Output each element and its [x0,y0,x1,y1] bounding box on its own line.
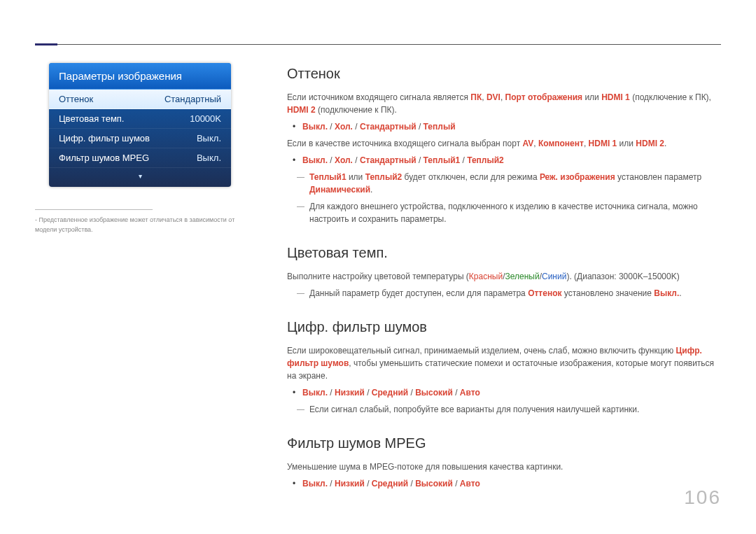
dnr-options: Выкл. / Низкий / Средний / Высокий / Авт… [287,386,721,399]
section-colortemp: Цветовая темп. Выполните настройку цвето… [287,242,721,300]
osd-row-colortemp[interactable]: Цветовая темп. 10000K [49,109,231,129]
right-column: Оттенок Если источником входящего сигнал… [287,63,721,507]
dnr-note: Если сигнал слабый, попробуйте все вариа… [287,403,721,416]
osd-row-value: Выкл. [197,153,221,163]
osd-row-label: Цифр. фильтр шумов [59,133,150,143]
section-mpeg: Фильтр шумов MPEG Уменьшение шума в MPEG… [287,433,721,490]
section-heading: Оттенок [287,63,721,84]
top-accent [35,43,57,45]
tint-options-1: Выкл. / Хол. / Стандартный / Теплый [287,120,721,133]
section-heading: Цифр. фильтр шумов [287,316,721,337]
osd-panel: Параметры изображения Оттенок Стандартны… [49,63,231,187]
tint-note-1: Теплый1 или Теплый2 будет отключен, если… [287,171,721,196]
footnote-dash: - [35,216,37,223]
dnr-para: Если широковещательный сигнал, принимаем… [287,344,721,382]
page-number: 106 [684,486,721,509]
tint-para1: Если источником входящего сигнала являет… [287,91,721,116]
top-rule [35,44,721,45]
left-footnote: - Представленное изображение может отлич… [35,216,266,234]
osd-row-label: Оттенок [59,94,93,104]
osd-row-mpeg[interactable]: Фильтр шумов MPEG Выкл. [49,148,231,168]
tint-options-2: Выкл. / Хол. / Стандартный / Теплый1 / Т… [287,154,721,167]
section-heading: Фильтр шумов MPEG [287,433,721,454]
tint-note-2: Для каждого внешнего устройства, подключ… [287,200,721,225]
osd-title: Параметры изображения [49,63,231,90]
layout: Параметры изображения Оттенок Стандартны… [35,63,721,507]
chevron-down-icon: ▾ [139,172,142,180]
osd-row-label: Фильтр шумов MPEG [59,153,149,163]
page: Параметры изображения Оттенок Стандартны… [0,0,756,534]
mpeg-para: Уменьшение шума в MPEG-потоке для повыше… [287,461,721,473]
left-column: Параметры изображения Оттенок Стандартны… [35,63,287,234]
ctemp-note: Данный параметр будет доступен, если для… [287,287,721,300]
ctemp-para: Выполните настройку цветовой температуры… [287,270,721,283]
mpeg-options: Выкл. / Низкий / Средний / Высокий / Авт… [287,477,721,490]
footnote-text: Представленное изображение может отличат… [35,216,234,233]
section-dnr: Цифр. фильтр шумов Если широковещательны… [287,316,721,416]
osd-row-dnr[interactable]: Цифр. фильтр шумов Выкл. [49,129,231,148]
osd-row-value: Выкл. [197,133,221,143]
tint-para2: Если в качестве источника входящего сигн… [287,137,721,150]
osd-row-value: Стандартный [164,94,221,104]
osd-row-value: 10000K [190,113,221,124]
osd-row-tint[interactable]: Оттенок Стандартный [49,90,231,109]
section-tint: Оттенок Если источником входящего сигнал… [287,63,721,225]
section-heading: Цветовая темп. [287,242,721,263]
osd-row-label: Цветовая темп. [59,113,124,124]
footnote-separator [35,209,153,210]
osd-more-chevron[interactable]: ▾ [49,168,231,187]
